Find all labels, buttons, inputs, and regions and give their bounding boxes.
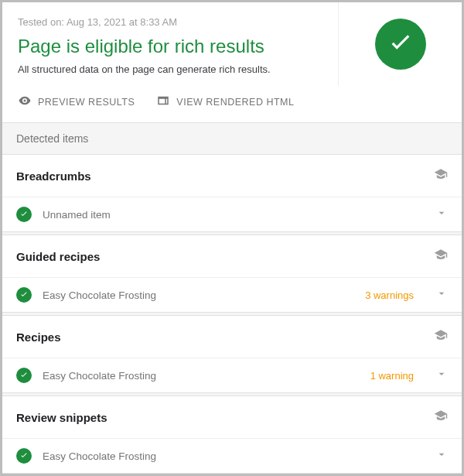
category-breadcrumbs: Breadcrumbs Unnamed item — [2, 155, 462, 232]
results-panel: Tested on: Aug 13, 2021 at 8:33 AM Page … — [0, 0, 464, 476]
category-title: Breadcrumbs — [16, 170, 91, 183]
detected-item-row[interactable]: Easy Chocolate Frosting — [2, 438, 462, 473]
tested-value: Aug 13, 2021 at 8:33 AM — [67, 16, 177, 28]
tested-prefix: Tested on: — [18, 16, 67, 28]
item-label: Unnamed item — [43, 209, 403, 221]
warning-text: 3 warnings — [365, 289, 414, 301]
item-label: Easy Chocolate Frosting — [43, 450, 403, 462]
graduation-cap-icon — [434, 248, 448, 265]
item-label: Easy Chocolate Frosting — [43, 370, 360, 382]
warning-text: 1 warning — [370, 370, 414, 382]
preview-results-button[interactable]: PREVIEW RESULTS — [18, 94, 135, 110]
detected-items-label: Detected items — [2, 123, 462, 155]
chevron-down-icon — [435, 287, 448, 303]
rendered-label: VIEW RENDERED HTML — [176, 97, 294, 108]
detected-item-row[interactable]: Easy Chocolate Frosting 3 warnings — [2, 277, 462, 312]
chevron-down-icon — [435, 448, 448, 464]
view-rendered-html-button[interactable]: VIEW RENDERED HTML — [156, 94, 294, 110]
web-icon — [156, 94, 170, 110]
category-review-snippets: Review snippets Easy Chocolate Frosting — [2, 396, 462, 474]
eye-icon — [18, 94, 32, 110]
category-title: Guided recipes — [16, 250, 100, 263]
status-badge-area — [338, 2, 462, 86]
success-check-icon — [375, 19, 426, 70]
chevron-down-icon — [435, 207, 448, 222]
chevron-down-icon — [435, 368, 448, 383]
header-text-block: Tested on: Aug 13, 2021 at 8:33 AM Page … — [2, 2, 338, 86]
check-circle-icon — [16, 207, 32, 222]
category-header[interactable]: Breadcrumbs — [2, 155, 462, 197]
tested-on-text: Tested on: Aug 13, 2021 at 8:33 AM — [18, 16, 322, 28]
detected-item-row[interactable]: Easy Chocolate Frosting 1 warning — [2, 358, 462, 392]
preview-label: PREVIEW RESULTS — [38, 97, 135, 108]
graduation-cap-icon — [434, 167, 448, 184]
header: Tested on: Aug 13, 2021 at 8:33 AM Page … — [2, 2, 462, 86]
page-title: Page is eligible for rich results — [18, 36, 322, 57]
category-header[interactable]: Recipes — [2, 316, 462, 358]
detected-item-row[interactable]: Unnamed item — [2, 197, 462, 231]
graduation-cap-icon — [434, 409, 448, 426]
category-title: Review snippets — [16, 411, 107, 424]
check-circle-icon — [16, 368, 32, 383]
category-title: Recipes — [16, 330, 61, 344]
actions-bar: PREVIEW RESULTS VIEW RENDERED HTML — [2, 86, 462, 123]
item-label: Easy Chocolate Frosting — [43, 289, 354, 301]
check-circle-icon — [16, 448, 32, 464]
category-header[interactable]: Guided recipes — [2, 235, 462, 277]
page-subtitle: All structured data on the page can gene… — [18, 63, 322, 75]
check-circle-icon — [16, 287, 32, 303]
graduation-cap-icon — [434, 328, 448, 345]
category-header[interactable]: Review snippets — [2, 396, 462, 438]
category-guided-recipes: Guided recipes Easy Chocolate Frosting 3… — [2, 235, 462, 313]
category-recipes: Recipes Easy Chocolate Frosting 1 warnin… — [2, 316, 462, 393]
